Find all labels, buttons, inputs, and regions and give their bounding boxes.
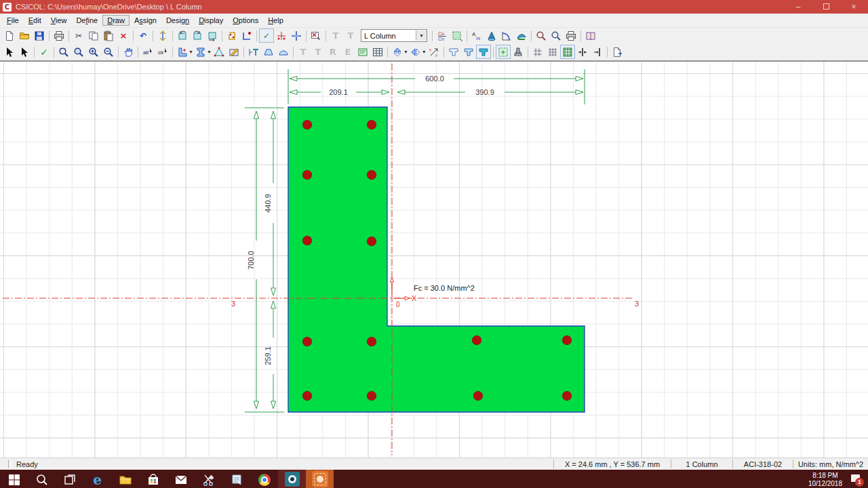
close-button[interactable]: ×: [849, 1, 859, 13]
bar-spacing-icon[interactable]: [155, 28, 170, 43]
save-file-button[interactable]: [32, 28, 47, 43]
menu-options[interactable]: Options: [228, 15, 263, 26]
chevron-down-icon[interactable]: ▼: [207, 49, 212, 54]
menu-draw[interactable]: Draw: [102, 15, 130, 26]
manual-icon[interactable]: [583, 28, 598, 43]
new-file-button[interactable]: [2, 28, 17, 43]
taskbar-search-button[interactable]: [28, 470, 56, 488]
taskbar-screen-recorder[interactable]: [306, 470, 334, 488]
moment-surface-icon[interactable]: [514, 28, 529, 43]
capacity-cone-icon[interactable]: [484, 28, 499, 43]
open-file-button[interactable]: [17, 28, 32, 43]
t-light-tool[interactable]: [461, 45, 476, 59]
chevron-down-icon[interactable]: ▼: [416, 30, 427, 41]
menu-define[interactable]: Define: [71, 15, 102, 26]
minimize-button[interactable]: –: [793, 1, 803, 13]
section-view-icon[interactable]: [450, 28, 465, 43]
chevron-down-icon[interactable]: ▼: [189, 49, 193, 54]
snap-check-toggle[interactable]: ✓: [259, 28, 274, 43]
menu-assign[interactable]: Assign: [130, 15, 161, 26]
delete-button[interactable]: ×: [116, 28, 131, 43]
section-selector-dropdown[interactable]: L Column ▼: [361, 29, 427, 42]
paste-button[interactable]: [101, 28, 116, 43]
grid-small-tool[interactable]: [530, 45, 545, 59]
taskbar-csicol[interactable]: [278, 470, 306, 488]
select-all-button[interactable]: all: [140, 45, 155, 59]
point-snap-icon[interactable]: [274, 28, 289, 43]
zoom-out-tool[interactable]: [101, 45, 116, 59]
rotate-section-right-icon[interactable]: [190, 28, 205, 43]
dome-tool[interactable]: [276, 45, 291, 59]
undo-button[interactable]: ↶: [136, 28, 151, 43]
menu-display[interactable]: Display: [194, 15, 228, 26]
apply-check-button[interactable]: ✓: [37, 45, 52, 59]
table-tool[interactable]: [370, 45, 385, 59]
pan-tool[interactable]: [121, 45, 136, 59]
zoom-all-tool[interactable]: [71, 45, 86, 59]
stamp-tool[interactable]: [511, 45, 526, 59]
taskbar-chrome[interactable]: [250, 470, 278, 488]
taskbar-edge[interactable]: e: [83, 470, 111, 488]
t-solid-tool[interactable]: [476, 45, 491, 59]
draw-l-shape-tool[interactable]: [175, 45, 190, 59]
flip-horizontal-tool[interactable]: [408, 45, 423, 59]
drawing-canvas[interactable]: X 0 3 3 600.0 2: [0, 61, 868, 458]
menu-file[interactable]: File: [2, 15, 24, 26]
menu-design[interactable]: Design: [161, 15, 194, 26]
add-note-tool[interactable]: [610, 45, 625, 59]
pointer-select-tool[interactable]: [17, 45, 32, 59]
caption-box-tool[interactable]: [355, 45, 370, 59]
chevron-down-icon[interactable]: ▼: [403, 49, 408, 54]
deselect-icon[interactable]: [309, 28, 323, 43]
chevron-down-icon[interactable]: ▼: [422, 49, 427, 54]
grid-dense-tool[interactable]: [545, 45, 560, 59]
section-edit-tool[interactable]: [226, 45, 241, 59]
cut-button[interactable]: ✂: [71, 28, 86, 43]
start-button[interactable]: [0, 470, 28, 488]
a-ix-icon[interactable]: AIx: [469, 28, 484, 43]
rebar: [302, 236, 312, 245]
rotate-section-bottom-icon[interactable]: [205, 28, 220, 43]
taskbar-notepad[interactable]: [222, 470, 250, 488]
cu-cn-icon[interactable]: CuCn: [435, 28, 450, 43]
zoom-in-tool[interactable]: [86, 45, 101, 59]
trapezoid-tool[interactable]: [261, 45, 276, 59]
print-button[interactable]: [52, 28, 66, 43]
end-point-tool[interactable]: [590, 45, 605, 59]
zoom-window-tool[interactable]: [56, 45, 71, 59]
taskbar-mail[interactable]: [167, 470, 195, 488]
taskbar-file-explorer[interactable]: [111, 470, 139, 488]
stirrup-icon[interactable]: [224, 28, 239, 43]
grid-snap-tool[interactable]: [560, 45, 575, 59]
interaction-curve-icon[interactable]: [499, 28, 514, 43]
clear-selection-button[interactable]: clr: [155, 45, 170, 59]
zoom-report-icon[interactable]: [549, 28, 564, 43]
task-view-button[interactable]: [56, 470, 83, 488]
merge-grid-tool[interactable]: [496, 45, 511, 59]
move-xy-tool[interactable]: xy: [427, 45, 441, 59]
t-outline-tool[interactable]: [446, 45, 461, 59]
pointer-tool[interactable]: [2, 45, 17, 59]
copy-button[interactable]: [86, 28, 101, 43]
taskbar-store[interactable]: [139, 470, 167, 488]
axis-cross-icon[interactable]: [289, 28, 304, 43]
corner-bar-icon[interactable]: [239, 28, 254, 43]
tee-r-disabled-icon: R: [326, 45, 340, 59]
mid-point-tool[interactable]: [575, 45, 590, 59]
menu-edit[interactable]: Edit: [24, 15, 46, 26]
design-code: ACI-318-02: [732, 460, 793, 468]
draw-polygon-tool[interactable]: [212, 45, 226, 59]
dim-t-tool[interactable]: [246, 45, 261, 59]
store-icon: [146, 473, 160, 487]
action-center-button[interactable]: 1: [849, 474, 863, 486]
rotate-section-left-icon[interactable]: [175, 28, 190, 43]
print-report-icon[interactable]: [564, 28, 578, 43]
taskbar-snipping-tool[interactable]: [195, 470, 222, 488]
zoom-capacity-icon[interactable]: [534, 28, 549, 43]
menu-view[interactable]: View: [46, 15, 72, 26]
flip-vertical-tool[interactable]: [390, 45, 405, 59]
restore-button[interactable]: [821, 1, 831, 13]
menu-help[interactable]: Help: [263, 15, 288, 26]
draw-i-shape-tool[interactable]: [193, 45, 208, 59]
taskbar-clock[interactable]: 8:18 PM 10/12/2018: [808, 472, 842, 488]
